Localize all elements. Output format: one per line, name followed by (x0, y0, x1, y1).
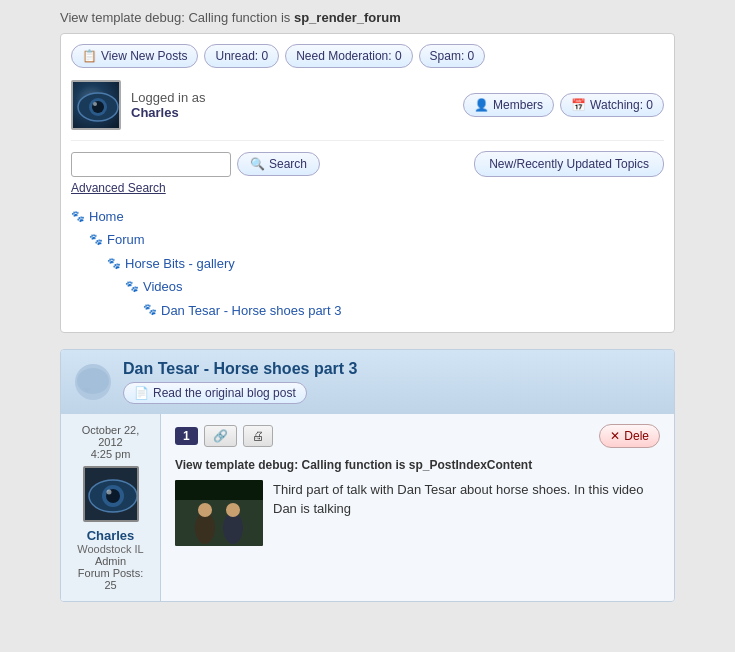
forum-container: 📋 View New Posts Unread: 0 Need Moderati… (60, 33, 675, 333)
view-new-posts-label: View New Posts (101, 49, 187, 63)
post-debug-inline: View template debug: Calling function is… (175, 458, 660, 472)
search-icon: 🔍 (250, 157, 265, 171)
breadcrumb-item-forum: 🐾 Forum (71, 228, 664, 251)
new-recently-updated-topics-button[interactable]: New/Recently Updated Topics (474, 151, 664, 177)
post-section: Dan Tesar - Horse shoes part 3 📄 Read th… (60, 349, 675, 602)
post-eye-graphic (85, 468, 139, 522)
breadcrumb-item-home: 🐾 Home (71, 205, 664, 228)
current-crumb-link[interactable]: Dan Tesar - Horse shoes part 3 (161, 299, 341, 322)
svg-rect-14 (175, 500, 263, 546)
unread-button[interactable]: Unread: 0 (204, 44, 279, 68)
search-input[interactable] (71, 152, 231, 177)
top-debug-bar: View template debug: Calling function is… (0, 0, 735, 33)
user-logged-info: Logged in as Charles (131, 90, 205, 120)
search-left: 🔍 Search (71, 152, 320, 177)
breadcrumb-item-videos: 🐾 Videos (71, 275, 664, 298)
post-header-info: Dan Tesar - Horse shoes part 3 📄 Read th… (123, 360, 660, 404)
forum-crumb-link[interactable]: Forum (107, 228, 145, 251)
post-author-avatar (83, 466, 139, 522)
current-crumb-arrow: 🐾 (143, 300, 157, 320)
videos-crumb-arrow: 🐾 (125, 277, 139, 297)
spam-button[interactable]: Spam: 0 (419, 44, 486, 68)
svg-rect-19 (175, 480, 263, 500)
file-icon: 📄 (134, 386, 149, 400)
search-button[interactable]: 🔍 Search (237, 152, 320, 176)
eye-graphic (75, 84, 119, 128)
forum-crumb-arrow: 🐾 (89, 230, 103, 250)
watching-button[interactable]: 📅 Watching: 0 (560, 93, 664, 117)
user-avatar (71, 80, 121, 130)
svg-point-18 (226, 503, 240, 517)
post-author-location: Woodstock IL (71, 543, 150, 555)
video-thumbnail (175, 480, 263, 546)
post-number: 1 (175, 427, 198, 445)
unread-label: Unread: 0 (215, 49, 268, 63)
breadcrumb-item-current: 🐾 Dan Tesar - Horse shoes part 3 (71, 299, 664, 322)
post-title: Dan Tesar - Horse shoes part 3 (123, 360, 660, 378)
post-sidebar: October 22, 2012 4:25 pm (61, 414, 161, 601)
x-icon: ✕ (610, 429, 620, 443)
svg-point-5 (77, 368, 109, 394)
username-display: Charles (131, 105, 205, 120)
print-button[interactable]: 🖨 (243, 425, 273, 447)
user-info: Logged in as Charles (71, 80, 205, 130)
videos-crumb-link[interactable]: Videos (143, 275, 183, 298)
post-debug-fn: sp_PostIndexContent (409, 458, 532, 472)
debug-fn-name: sp_render_forum (294, 10, 401, 25)
top-buttons-row: 📋 View New Posts Unread: 0 Need Moderati… (71, 44, 664, 68)
debug-label: View template debug: (60, 10, 185, 25)
svg-point-11 (106, 489, 111, 494)
read-original-label: Read the original blog post (153, 386, 296, 400)
search-row: 🔍 Search New/Recently Updated Topics (71, 151, 664, 177)
post-author-name: Charles (71, 528, 150, 543)
view-new-posts-button[interactable]: 📋 View New Posts (71, 44, 198, 68)
avatar-image (73, 82, 119, 128)
members-icon: 👤 (474, 98, 489, 112)
home-crumb-link[interactable]: Home (89, 205, 124, 228)
post-number-row: 1 🔗 🖨 (175, 425, 273, 447)
members-button[interactable]: 👤 Members (463, 93, 554, 117)
horsebits-crumb-link[interactable]: Horse Bits - gallery (125, 252, 235, 275)
calendar-icon: 📅 (571, 98, 586, 112)
members-label: Members (493, 98, 543, 112)
search-label: Search (269, 157, 307, 171)
post-content-header: 1 🔗 🖨 ✕ Dele (175, 424, 660, 448)
post-date: October 22, 2012 4:25 pm (71, 424, 150, 460)
delete-label: Dele (624, 429, 649, 443)
breadcrumb: 🐾 Home 🐾 Forum 🐾 Horse Bits - gallery 🐾 … (71, 205, 664, 322)
breadcrumb-item-horsebits: 🐾 Horse Bits - gallery (71, 252, 664, 275)
need-moderation-button[interactable]: Need Moderation: 0 (285, 44, 412, 68)
video-thumb-image (175, 480, 263, 546)
post-bubble-icon (75, 364, 111, 400)
spam-label: Spam: 0 (430, 49, 475, 63)
advanced-search-link[interactable]: Advanced Search (71, 181, 664, 195)
chat-bubble-svg (75, 364, 111, 400)
post-avatar-image (85, 468, 137, 520)
new-topics-label: New/Recently Updated Topics (489, 157, 649, 171)
post-author-forum-posts: Forum Posts: 25 (71, 567, 150, 591)
logged-as-text: Logged in as (131, 90, 205, 105)
video-preview-svg (175, 480, 263, 546)
svg-point-3 (93, 102, 97, 106)
post-video-content: Third part of talk with Dan Tesar about … (175, 480, 660, 546)
right-buttons: 👤 Members 📅 Watching: 0 (463, 93, 664, 117)
debug-calling-text: Calling function is (188, 10, 290, 25)
delete-button[interactable]: ✕ Dele (599, 424, 660, 448)
horsebits-crumb-arrow: 🐾 (107, 254, 121, 274)
permalink-button[interactable]: 🔗 (204, 425, 237, 447)
home-crumb-arrow: 🐾 (71, 207, 85, 227)
post-header: Dan Tesar - Horse shoes part 3 📄 Read th… (61, 350, 674, 414)
svg-point-16 (198, 503, 212, 517)
post-content: 1 🔗 🖨 ✕ Dele View template debug: Callin… (161, 414, 674, 601)
moderation-label: Need Moderation: 0 (296, 49, 401, 63)
user-bar: Logged in as Charles 👤 Members 📅 Watchin… (71, 80, 664, 141)
post-body: October 22, 2012 4:25 pm (61, 414, 674, 601)
watching-label: Watching: 0 (590, 98, 653, 112)
post-author-role: Admin (71, 555, 150, 567)
clipboard-icon: 📋 (82, 49, 97, 63)
read-original-blog-post-button[interactable]: 📄 Read the original blog post (123, 382, 307, 404)
